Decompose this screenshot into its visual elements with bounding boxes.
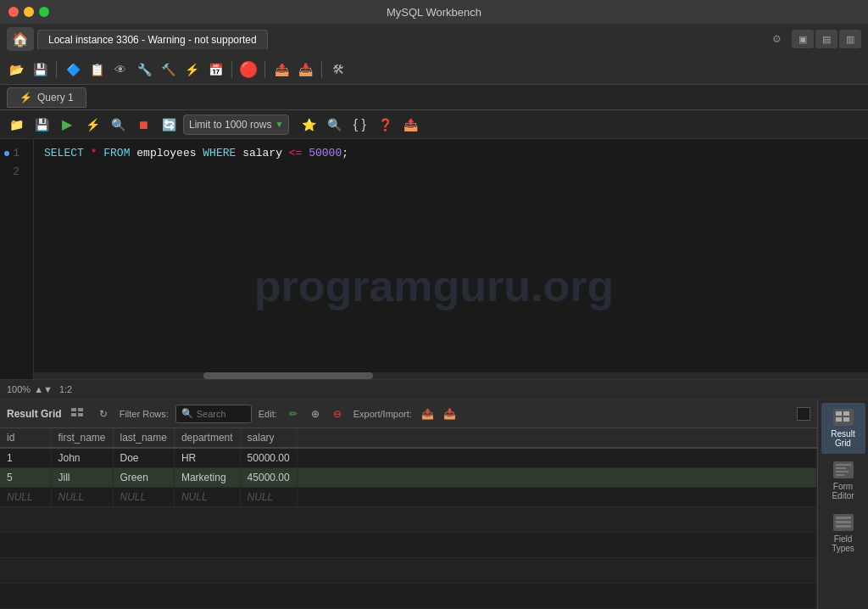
export-btn-2[interactable]: 📤 [399,114,421,136]
trigger-button[interactable]: ⚡ [181,59,203,81]
star-button[interactable]: ⭐ [298,114,320,136]
schema-button[interactable]: 🔷 [62,59,84,81]
zoom-control[interactable]: 100% ▲▼ [7,384,53,394]
form-editor-panel-btn[interactable]: Form Editor [821,455,865,506]
save-file-button[interactable]: 💾 [31,114,53,136]
add-row-btn[interactable]: ⊕ [306,405,325,423]
table-row[interactable]: NULL NULL NULL NULL NULL [0,488,817,507]
sql-code[interactable]: SELECT * FROM employees WHERE salary <= … [34,139,359,379]
function-button[interactable]: 🔨 [157,59,179,81]
col-id: id [0,428,51,448]
line-number-2: 2 [0,163,26,182]
export-button[interactable]: 📤 [270,59,292,81]
cell-department: Marketing [174,468,240,488]
refresh-result-icon: ↻ [99,408,108,420]
procedure-icon: 🔧 [137,63,152,76]
help-button[interactable]: ❓ [374,114,396,136]
code-button[interactable]: { } [348,114,370,136]
query-tab-label: Query 1 [37,92,74,103]
col-last-name: last_name [113,428,174,448]
table-row[interactable]: 1 John Doe HR 50000.00 [0,448,817,468]
table-button[interactable]: 📋 [86,59,108,81]
sql-line-1: SELECT * FROM employees WHERE salary <= … [44,144,348,163]
main-area: 1 2 SELECT * FROM employees WHERE salary… [0,139,868,609]
table-header-row: id first_name last_name department salar… [0,428,817,448]
zoom-bar: 100% ▲▼ 1:2 [0,379,868,399]
col-first-name: first_name [51,428,113,448]
manage-icon: 🛠 [332,63,344,76]
save-button[interactable]: 💾 [29,59,51,81]
sql-line-2 [44,163,348,182]
field-types-panel-btn[interactable]: Field Types [821,508,865,559]
explain-button[interactable]: 🔍 [107,114,129,136]
svg-rect-0 [71,408,76,411]
connection-tab[interactable]: Local instance 3306 - Warning - not supp… [37,30,268,49]
result-grid-label: Result Grid [7,408,62,420]
toolbar-separator-1 [56,61,57,78]
table-icon: 📋 [90,63,104,76]
export-data-btn[interactable]: 📤 [419,405,437,423]
cell-extra [297,488,816,507]
result-grid-panel-btn[interactable]: Result Grid [821,403,865,454]
column-salary: salary [242,144,282,163]
scroll-thumb[interactable] [203,372,373,379]
sql-editor[interactable]: 1 2 SELECT * FROM employees WHERE salary… [0,139,868,379]
run-selection-button[interactable]: ⚡ [81,114,103,136]
event-icon: 📅 [209,63,223,76]
zoom-level: 100% [7,384,31,394]
search-icon-3: 🔍 [181,408,193,419]
layout-btn-2[interactable]: ▤ [815,30,837,48]
filter-input[interactable] [197,409,248,419]
refresh-button[interactable]: 🔄 [158,114,180,136]
result-grid-table[interactable]: id first_name last_name department salar… [0,428,817,609]
run-button[interactable]: ▶ [56,114,78,136]
search-btn-2[interactable]: 🔍 [323,114,345,136]
cell-extra [297,468,816,488]
import-data-btn[interactable]: 📥 [441,405,459,423]
action-toolbar: 📁 💾 ▶ ⚡ 🔍 ⏹ 🔄 Limit to 1000 rows ▼ ⭐ 🔍 {… [0,110,868,139]
folder-open-button[interactable]: 📂 [5,59,27,81]
query-tab-1[interactable]: ⚡ Query 1 [7,87,86,108]
svg-rect-1 [78,408,83,411]
user-button[interactable]: 🔴 [237,59,259,81]
manage-button[interactable]: 🛠 [327,59,349,81]
table-row[interactable]: 5 Jill Green Marketing 45000.00 [0,468,817,488]
refresh-result-btn[interactable]: ↻ [94,405,113,423]
home-button[interactable]: 🏠 [7,27,34,51]
grid-view-btn[interactable] [69,405,87,423]
stop-button[interactable]: ⏹ [132,114,154,136]
event-button[interactable]: 📅 [204,59,226,81]
wrap-cell-checkbox[interactable] [797,407,810,421]
svg-rect-3 [78,413,83,416]
table-row-empty-1 [0,507,817,533]
filter-search-box[interactable]: 🔍 [175,405,252,423]
close-button[interactable] [8,7,19,17]
settings-button[interactable]: ⚙ [765,27,788,51]
export-label: Export/Import: [353,409,412,419]
limit-rows-label: Limit to 1000 rows [189,119,271,131]
table-row-empty-4 [0,584,817,609]
horizontal-scrollbar[interactable] [34,372,868,379]
import-button[interactable]: 📥 [294,59,316,81]
layout-btn-1[interactable]: ▣ [792,30,814,48]
layout-btn-3[interactable]: ▥ [839,30,861,48]
result-grid-icon [833,409,854,426]
view-button[interactable]: 👁 [109,59,131,81]
save-file-icon: 💾 [35,118,49,131]
open-file-button[interactable]: 📁 [5,114,27,136]
delete-row-btn[interactable]: ⊖ [328,405,347,423]
maximize-button[interactable] [39,7,49,17]
minimize-button[interactable] [24,7,34,17]
view-icon: 👁 [114,63,126,76]
svg-rect-4 [836,411,842,416]
cell-last-null: NULL [113,488,174,507]
edit-row-btn[interactable]: ✏ [284,405,303,423]
keyword-where: WHERE [203,144,236,163]
form-editor-icon [833,461,854,478]
procedure-button[interactable]: 🔧 [133,59,155,81]
cell-id: 1 [0,448,51,468]
limit-rows-select[interactable]: Limit to 1000 rows ▼ [183,115,289,135]
toolbar-separator-2 [231,61,232,78]
folder-icon: 📂 [9,63,24,76]
import-data-icon: 📥 [443,408,456,420]
